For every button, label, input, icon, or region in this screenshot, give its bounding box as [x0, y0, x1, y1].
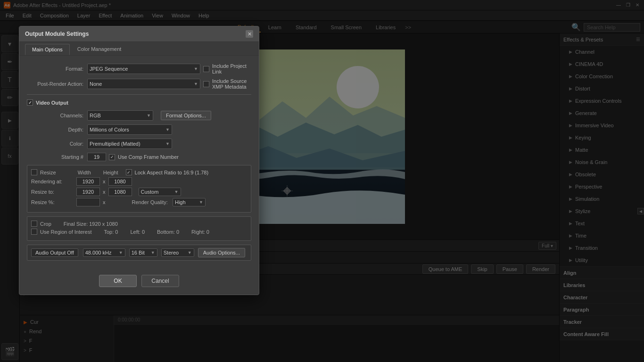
video-output-section-header: Video Output	[27, 99, 251, 106]
channels-select[interactable]: RGB ▼	[87, 110, 153, 121]
include-xmp-row: Include Source XMP Metadata	[203, 78, 251, 90]
dialog-title: Output Module Settings	[25, 31, 89, 37]
crop-label: Crop	[40, 221, 51, 227]
audio-channels-select[interactable]: Stereo ▼	[161, 248, 194, 257]
include-project-link-label: Include Project Link	[212, 63, 251, 74]
post-render-control: None ▼ Include Source XMP Metadata	[87, 78, 251, 90]
x-separator-3: x	[103, 199, 106, 205]
audio-bit-arrow-icon: ▼	[151, 250, 155, 255]
format-label: Format:	[27, 66, 83, 72]
use-region-row: Use Region of Interest Top: 0 Left: 0 Bo…	[31, 229, 247, 235]
depth-control: Millions of Colors ▼	[87, 124, 251, 135]
lock-aspect-checkbox[interactable]	[126, 169, 132, 175]
dialog-titlebar: Output Module Settings ✕	[19, 26, 259, 42]
rendering-label: Rendering at:	[31, 179, 74, 184]
color-value: Premultiplied (Matted)	[90, 141, 140, 147]
starting-control: Use Comp Frame Number	[87, 153, 251, 161]
include-project-link-row: Include Project Link	[203, 63, 251, 74]
height-label: Height	[103, 170, 118, 175]
render-quality-select[interactable]: High ▼	[173, 198, 206, 206]
lock-aspect-row: Lock Aspect Ratio to 16:9 (1.78)	[126, 169, 209, 175]
tab-color-management[interactable]: Color Management	[71, 44, 128, 55]
video-output-checkbox[interactable]	[27, 99, 33, 106]
dialog-footer: OK Cancel	[19, 270, 259, 295]
resize-to-width-input[interactable]	[76, 188, 100, 196]
bottom-label: Bottom: 0	[157, 229, 179, 235]
starting-row: Starting # Use Comp Frame Number	[27, 153, 251, 161]
use-comp-frame-checkbox[interactable]	[109, 154, 115, 160]
starting-number-input[interactable]	[87, 153, 106, 161]
resize-header-row: Resize Width Height Lock Aspect Ratio to…	[31, 169, 247, 175]
use-comp-frame-row: Use Comp Frame Number	[109, 154, 179, 160]
audio-rate-value: 48.000 kHz	[85, 250, 112, 255]
dialog-content: Format: JPEG Sequence ▼ Include Project …	[19, 56, 259, 270]
audio-rate-select[interactable]: 48.000 kHz ▼	[83, 248, 125, 257]
render-quality-value: High	[175, 199, 186, 205]
crop-checkbox[interactable]	[31, 221, 37, 227]
quality-arrow-icon: ▼	[199, 200, 203, 205]
depth-select[interactable]: Millions of Colors ▼	[87, 124, 172, 135]
depth-value: Millions of Colors	[90, 127, 129, 132]
color-control: Premultiplied (Matted) ▼	[87, 139, 251, 149]
channels-value: RGB	[90, 113, 101, 118]
x-separator-2: x	[103, 189, 106, 195]
ok-button[interactable]: OK	[99, 275, 137, 287]
crop-section: Crop Final Size: 1920 x 1080 Use Region …	[27, 216, 251, 241]
resize-preset-value: Custom	[141, 189, 159, 195]
audio-channels-arrow-icon: ▼	[188, 250, 192, 255]
rendering-height-input[interactable]	[108, 177, 132, 186]
format-row: Format: JPEG Sequence ▼ Include Project …	[27, 63, 251, 74]
rendering-width-input[interactable]	[76, 177, 100, 186]
post-render-select[interactable]: None ▼	[87, 79, 200, 89]
left-label: Left: 0	[130, 229, 145, 235]
final-size-label: Final Size: 1920 x 1080	[64, 221, 118, 227]
channels-arrow-icon: ▼	[147, 113, 151, 118]
video-output-label: Video Output	[36, 100, 68, 106]
dialog-tabs: Main Options Color Management	[19, 42, 259, 56]
tab-main-options[interactable]: Main Options	[25, 44, 70, 55]
format-control: JPEG Sequence ▼ Include Project Link	[87, 63, 251, 74]
top-label: Top: 0	[104, 229, 118, 235]
color-select[interactable]: Premultiplied (Matted) ▼	[87, 139, 172, 149]
depth-row: Depth: Millions of Colors ▼	[27, 124, 251, 135]
audio-rate-arrow-icon: ▼	[119, 250, 123, 255]
use-region-checkbox[interactable]	[31, 229, 37, 235]
audio-options-button[interactable]: Audio Options...	[198, 248, 245, 257]
audio-output-button[interactable]: Audio Output Off	[31, 248, 78, 257]
format-arrow-icon: ▼	[194, 66, 198, 71]
section-divider-1	[27, 94, 251, 95]
resize-to-row: Resize to: x Custom ▼	[31, 188, 247, 196]
include-xmp-checkbox[interactable]	[203, 81, 209, 87]
resize-pct-width-input[interactable]	[76, 198, 100, 206]
audio-section: Audio Output Off 48.000 kHz ▼ 16 Bit ▼ S…	[27, 245, 251, 261]
depth-label: Depth:	[27, 127, 83, 132]
starting-label: Starting #	[27, 154, 83, 160]
format-select[interactable]: JPEG Sequence ▼	[87, 64, 200, 74]
dialog-close-button[interactable]: ✕	[246, 30, 253, 38]
cancel-button[interactable]: Cancel	[141, 275, 179, 287]
format-options-button[interactable]: Format Options...	[161, 111, 211, 120]
depth-arrow-icon: ▼	[165, 127, 170, 132]
channels-control: RGB ▼ Format Options...	[87, 110, 251, 121]
include-project-link-checkbox[interactable]	[203, 66, 209, 72]
output-module-dialog: Output Module Settings ✕ Main Options Co…	[19, 26, 259, 295]
resize-preset-select[interactable]: Custom ▼	[139, 188, 181, 196]
resize-label: Resize	[40, 170, 56, 175]
post-render-label: Post-Render Action:	[27, 81, 83, 87]
post-render-arrow-icon: ▼	[194, 82, 198, 86]
audio-bit-select[interactable]: 16 Bit ▼	[129, 248, 157, 257]
channels-row: Channels: RGB ▼ Format Options...	[27, 110, 251, 121]
resize-to-height-input[interactable]	[108, 188, 132, 196]
lock-aspect-label: Lock Aspect Ratio to 16:9 (1.78)	[135, 170, 209, 175]
x-separator-1: x	[103, 179, 106, 184]
preset-arrow-icon: ▼	[174, 189, 179, 194]
channels-label: Channels:	[27, 113, 83, 118]
color-arrow-icon: ▼	[165, 141, 170, 146]
post-render-value: None	[90, 81, 102, 87]
resize-to-label: Resize to:	[31, 189, 74, 195]
audio-controls: 48.000 kHz ▼ 16 Bit ▼ Stereo ▼ Audio Opt…	[83, 248, 245, 257]
resize-checkbox[interactable]	[31, 169, 37, 175]
resize-pct-label: Resize %:	[31, 199, 74, 205]
render-quality-label: Render Quality:	[132, 199, 168, 205]
format-value: JPEG Sequence	[90, 66, 128, 72]
